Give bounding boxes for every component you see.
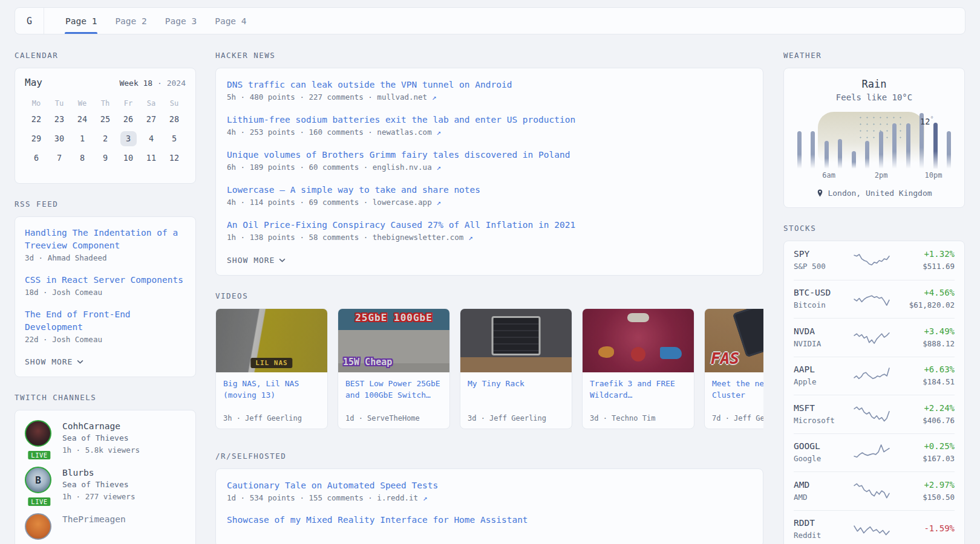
external-link-icon: ↗ (436, 128, 441, 137)
reddit-item-title-link[interactable]: Cautionary Tale on Automated Speed Tests (227, 479, 752, 492)
hn-show-more-button[interactable]: SHOW MORE (227, 256, 286, 265)
weather-bar (879, 131, 883, 169)
hn-item-title-link[interactable]: Lowercase – A simple way to take and sha… (227, 184, 752, 196)
hn-item-meta: 4h · 253 points · 160 comments · newatla… (227, 126, 752, 138)
tab-page-4[interactable]: Page 4 (206, 8, 255, 34)
video-title-link[interactable]: BEST Low Power 25GbE and 100GbE Switch… (345, 378, 442, 401)
twitch-channel-name-link[interactable]: ThePrimeagen (62, 513, 126, 525)
stock-symbol: AMD (794, 479, 847, 491)
stock-row[interactable]: RDDTReddit -1.59% (794, 510, 955, 544)
stock-price: $167.03 (890, 453, 955, 464)
hn-item-title-link[interactable]: DNS traffic can leak outside the VPN tun… (227, 79, 752, 91)
stock-change: +3.49% (890, 326, 955, 337)
calendar-day: 25 (94, 109, 117, 129)
video-card: 25GbE 100GbE 15W Cheap BEST Low Power 25… (338, 308, 450, 429)
hn-item-domain-link[interactable]: lowercase.app ↗ (373, 198, 441, 207)
rss-show-more-button[interactable]: SHOW MORE (25, 357, 83, 366)
weather-bar (947, 131, 951, 169)
video-meta: 3h · Jeff Geerling (223, 414, 320, 423)
calendar-section-title: CALENDAR (15, 51, 196, 60)
hn-item: An Oil Price-Fixing Conspiracy Caused 27… (227, 219, 752, 244)
twitch-channel-name-link[interactable]: CohhCarnage (62, 420, 140, 432)
video-card: Traefik 3 and FREE Wildcard… 3d · Techno… (582, 308, 694, 429)
video-meta: 7d · Jeff Geerling (712, 414, 763, 423)
stock-name: Bitcoin (794, 300, 847, 311)
calendar-day: 26 (117, 109, 140, 129)
calendar-day-headers: Mo Tu We Th Fr Sa Su (25, 97, 186, 109)
hacker-news-widget: DNS traffic can leak outside the VPN tun… (215, 68, 763, 276)
video-thumbnail[interactable]: FAS (705, 309, 763, 372)
weather-bar (811, 131, 815, 169)
weather-widget: Rain Feels like 10°C 12° 6am 2pm 10pm Lo… (783, 68, 965, 208)
video-thumbnail[interactable] (460, 309, 572, 372)
stock-row[interactable]: AMDAMD +2.97%$150.50 (794, 471, 955, 510)
reddit-section-title: /R/SELFHOSTED (215, 452, 763, 461)
video-title-link[interactable]: My Tiny Rack (468, 378, 564, 389)
hn-item-domain-link[interactable]: mullvad.net ↗ (377, 92, 436, 102)
hn-item-meta: 1h · 138 points · 58 comments · thebigne… (227, 232, 752, 244)
stock-change: +6.63% (890, 364, 955, 375)
stock-row[interactable]: GOOGLGoogle +0.25%$167.03 (794, 433, 955, 472)
calendar-widget: May Week 18 · 2024 Mo Tu We Th Fr Sa Su … (15, 68, 196, 184)
hn-item-domain-link[interactable]: thebignewsletter.com ↗ (373, 233, 473, 242)
location-pin-icon (816, 189, 824, 198)
stock-name: Apple (794, 377, 847, 387)
rss-item-title-link[interactable]: Handling The Indentation of a Treeview C… (25, 227, 186, 252)
twitch-channel-name-link[interactable]: Blurbs (62, 467, 135, 479)
hn-item-domain-link[interactable]: newatlas.com ↗ (377, 128, 440, 137)
stock-price: $888.12 (890, 338, 955, 349)
tab-page-1[interactable]: Page 1 (56, 8, 106, 34)
avatar[interactable] (25, 420, 51, 447)
stock-row[interactable]: BTC-USDBitcoin +4.56%$61,820.02 (794, 280, 955, 319)
video-title-link[interactable]: Traefik 3 and FREE Wildcard… (590, 378, 687, 401)
weather-hourly-chart: 12° (796, 113, 952, 169)
stock-change: +2.97% (890, 479, 955, 491)
reddit-item-title-link[interactable]: Showcase of my Mixed Reality Interface f… (227, 514, 752, 526)
hn-item-domain-link[interactable]: english.nv.ua ↗ (373, 163, 441, 172)
weather-bar (838, 139, 842, 169)
rss-item-title-link[interactable]: CSS in React Server Components (25, 274, 186, 287)
rss-section-title: RSS FEED (15, 200, 196, 209)
calendar-day: 23 (48, 109, 71, 129)
rss-item-title-link[interactable]: The End of Front-End Development (25, 308, 186, 334)
hn-item-meta: 6h · 189 points · 60 comments · english.… (227, 161, 752, 173)
stock-sparkline (853, 519, 890, 540)
stock-change: -1.59% (890, 523, 955, 534)
twitch-channel-game[interactable]: Sea of Thieves (62, 479, 135, 491)
external-link-icon: ↗ (468, 233, 473, 242)
video-thumbnail[interactable]: 25GbE 100GbE 15W Cheap (338, 309, 449, 372)
video-title-link[interactable]: Meet the new Linux Cluster (712, 378, 763, 401)
video-thumbnail[interactable]: LIL NAS (216, 309, 327, 372)
rss-item-meta: 18d · Josh Comeau (25, 287, 186, 299)
twitch-channel-game[interactable]: Sea of Thieves (62, 432, 140, 444)
stock-row[interactable]: NVDANVIDIA +3.49%$888.12 (794, 318, 955, 357)
stock-change: +0.25% (890, 441, 955, 452)
reddit-item-domain-link[interactable]: i.redd.it ↗ (377, 493, 427, 502)
stock-change: +4.56% (890, 287, 955, 299)
calendar-day: 5 (163, 129, 186, 148)
avatar[interactable] (25, 513, 51, 540)
video-thumbnail[interactable] (583, 309, 694, 372)
calendar-day-selected: 3 (117, 129, 140, 148)
avatar[interactable]: B (25, 467, 51, 493)
stock-row[interactable]: AAPLApple +6.63%$184.51 (794, 357, 955, 395)
docker-whale-graphic (660, 347, 682, 359)
calendar-week-row: 6 7 8 9 10 11 12 (25, 148, 186, 167)
hn-item-title-link[interactable]: Lithium-free sodium batteries exit the l… (227, 114, 752, 126)
server-rack-graphic (492, 316, 541, 355)
video-title-link[interactable]: Big NAS, Lil NAS (moving 13) (223, 378, 320, 401)
stock-name: Google (794, 453, 847, 464)
tab-page-2[interactable]: Page 2 (106, 8, 155, 34)
top-navigation-bar: G Page 1 Page 2 Page 3 Page 4 (15, 7, 965, 34)
hn-item: DNS traffic can leak outside the VPN tun… (227, 79, 752, 103)
calendar-week-row: 29 30 1 2 3 4 5 (25, 129, 186, 148)
video-card: My Tiny Rack 3d · Jeff Geerling (460, 308, 572, 429)
hn-item-title-link[interactable]: Unique volumes of Brothers Grimm fairy t… (227, 149, 752, 161)
rss-section: RSS FEED Handling The Indentation of a T… (15, 200, 196, 377)
hn-item-title-link[interactable]: An Oil Price-Fixing Conspiracy Caused 27… (227, 219, 752, 232)
calendar-week-row: 22 23 24 25 26 27 28 (25, 109, 186, 129)
app-logo[interactable]: G (15, 8, 44, 34)
tab-page-3[interactable]: Page 3 (156, 8, 206, 34)
stock-row[interactable]: MSFTMicrosoft +2.24%$406.76 (794, 395, 955, 433)
stock-row[interactable]: SPYS&P 500 +1.32%$511.69 (794, 241, 955, 280)
